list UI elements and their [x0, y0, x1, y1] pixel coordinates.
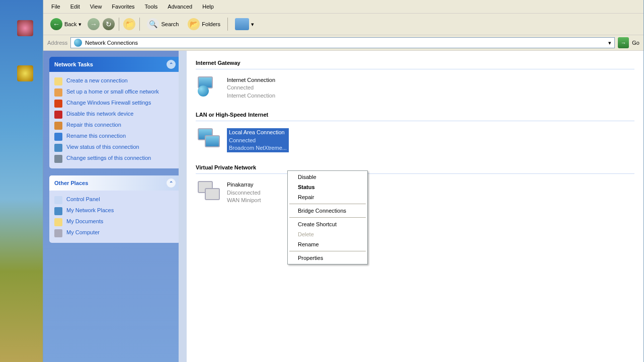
- network-icon: [74, 39, 82, 47]
- ctx-disable[interactable]: Disable: [289, 172, 366, 182]
- connection-device: Internet Connection: [227, 92, 275, 100]
- refresh-button[interactable]: ↻: [103, 18, 115, 30]
- settings-icon: [54, 155, 62, 163]
- connections-list[interactable]: Internet Gateway Internet Connection Con…: [187, 51, 643, 362]
- task-disable-device[interactable]: Disable this network device: [54, 109, 176, 120]
- back-label: Back: [64, 21, 76, 27]
- menu-advanced[interactable]: Advanced: [164, 2, 196, 11]
- task-firewall[interactable]: Change Windows Firewall settings: [54, 98, 176, 109]
- panel-body: Create a new connection Set up a home or…: [49, 72, 181, 168]
- menu-tools[interactable]: Tools: [141, 2, 162, 11]
- menu-help[interactable]: Help: [198, 2, 218, 11]
- separator: [289, 217, 366, 218]
- place-network-places[interactable]: My Network Places: [54, 206, 176, 217]
- tasks-sidebar: Network Tasks ⌃ Create a new connection …: [43, 51, 187, 362]
- toolbar: ← Back ▾ ← ↻ 📁 🔍 Search 📂 Folders ▾: [43, 14, 643, 35]
- ctx-properties[interactable]: Properties: [289, 253, 366, 263]
- task-label: View status of this connection: [66, 144, 139, 150]
- go-button[interactable]: →: [618, 37, 629, 48]
- task-label: Repair this connection: [66, 122, 121, 128]
- ctx-status[interactable]: Status: [289, 182, 366, 192]
- connection-lan[interactable]: Local Area Connection Connected Broadcom…: [196, 126, 367, 154]
- repair-icon: [54, 122, 62, 130]
- ctx-bridge[interactable]: Bridge Connections: [289, 206, 366, 216]
- connection-name: Pinakarray: [227, 181, 261, 189]
- place-control-panel[interactable]: Control Panel: [54, 195, 176, 206]
- address-field[interactable]: Network Connections ▾: [70, 37, 615, 48]
- connection-internet[interactable]: Internet Connection Connected Internet C…: [196, 74, 367, 102]
- collapse-icon[interactable]: ⌃: [167, 60, 176, 69]
- gateway-icon: [198, 76, 222, 98]
- connection-status: Disconnected: [227, 189, 261, 197]
- documents-icon: [54, 218, 62, 226]
- content-area: Network Tasks ⌃ Create a new connection …: [43, 51, 643, 362]
- menu-edit[interactable]: Edit: [66, 2, 84, 11]
- chevron-down-icon[interactable]: ▾: [608, 40, 611, 46]
- control-panel-icon: [54, 196, 62, 204]
- separator: [119, 18, 119, 31]
- menu-favorites[interactable]: Favorites: [108, 2, 138, 11]
- task-label: Set up a home or small office network: [66, 88, 159, 95]
- ctx-repair[interactable]: Repair: [289, 192, 366, 202]
- go-label: Go: [632, 40, 639, 46]
- other-places-header[interactable]: Other Places ⌃: [49, 175, 181, 191]
- back-button[interactable]: ← Back ▾: [47, 17, 85, 32]
- lan-icon: [198, 128, 222, 149]
- ctx-delete: Delete: [289, 229, 366, 239]
- desktop-background: [0, 0, 43, 362]
- task-change-settings[interactable]: Change settings of this connection: [54, 153, 176, 164]
- desktop-icon[interactable]: [15, 65, 35, 82]
- task-view-status[interactable]: View status of this connection: [54, 142, 176, 153]
- panel-title: Network Tasks: [54, 61, 93, 67]
- panel-body: Control Panel My Network Places My Docum…: [49, 191, 181, 243]
- search-icon: 🔍: [147, 18, 159, 30]
- place-my-documents[interactable]: My Documents: [54, 217, 176, 228]
- wizard-icon: [54, 77, 62, 85]
- chevron-down-icon: ▾: [251, 21, 254, 28]
- connection-device: Broadcom NetXtreme...: [229, 144, 287, 152]
- scrollbar[interactable]: [179, 51, 187, 362]
- group-lan: LAN or High-Speed Internet: [196, 110, 634, 121]
- search-button[interactable]: 🔍 Search: [144, 17, 182, 32]
- separator: [289, 251, 366, 251]
- task-rename[interactable]: Rename this connection: [54, 131, 176, 142]
- group-vpn: Virtual Private Network: [196, 162, 634, 174]
- folders-button[interactable]: 📂 Folders: [185, 17, 223, 32]
- rename-icon: [54, 133, 62, 141]
- desktop-icon[interactable]: [15, 20, 35, 37]
- chevron-down-icon: ▾: [78, 21, 82, 28]
- context-menu: Disable Status Repair Bridge Connections…: [287, 170, 368, 264]
- status-icon: [54, 144, 62, 152]
- separator: [139, 18, 140, 31]
- views-button[interactable]: ▾: [232, 17, 257, 32]
- address-value: Network Connections: [85, 40, 138, 46]
- network-tasks-panel: Network Tasks ⌃ Create a new connection …: [49, 57, 181, 168]
- task-label: Rename this connection: [66, 133, 126, 139]
- views-icon: [235, 18, 249, 30]
- connection-device: WAN Miniport: [227, 197, 261, 204]
- address-label: Address: [47, 40, 67, 46]
- menu-file[interactable]: File: [47, 2, 64, 11]
- up-button[interactable]: 📁: [123, 18, 135, 30]
- address-bar: Address Network Connections ▾ → Go: [43, 35, 643, 51]
- network-connections-window: File Edit View Favorites Tools Advanced …: [43, 0, 644, 362]
- task-setup-network[interactable]: Set up a home or small office network: [54, 87, 176, 98]
- ctx-shortcut[interactable]: Create Shortcut: [289, 219, 366, 229]
- ctx-rename[interactable]: Rename: [289, 239, 366, 249]
- forward-button[interactable]: ←: [88, 18, 100, 30]
- collapse-icon[interactable]: ⌃: [167, 178, 176, 188]
- other-places-panel: Other Places ⌃ Control Panel My Network …: [49, 175, 181, 243]
- place-label: My Computer: [66, 229, 100, 235]
- menu-view[interactable]: View: [86, 2, 106, 11]
- place-label: My Documents: [66, 218, 103, 224]
- task-create-connection[interactable]: Create a new connection: [54, 76, 176, 87]
- connection-name: Internet Connection: [227, 76, 275, 84]
- task-label: Change settings of this connection: [66, 155, 151, 161]
- network-places-icon: [54, 207, 62, 215]
- place-my-computer[interactable]: My Computer: [54, 228, 176, 239]
- connection-name: Local Area Connection: [229, 129, 287, 136]
- task-repair[interactable]: Repair this connection: [54, 120, 176, 131]
- network-setup-icon: [54, 88, 62, 97]
- network-tasks-header[interactable]: Network Tasks ⌃: [49, 57, 181, 72]
- folders-label: Folders: [202, 21, 220, 27]
